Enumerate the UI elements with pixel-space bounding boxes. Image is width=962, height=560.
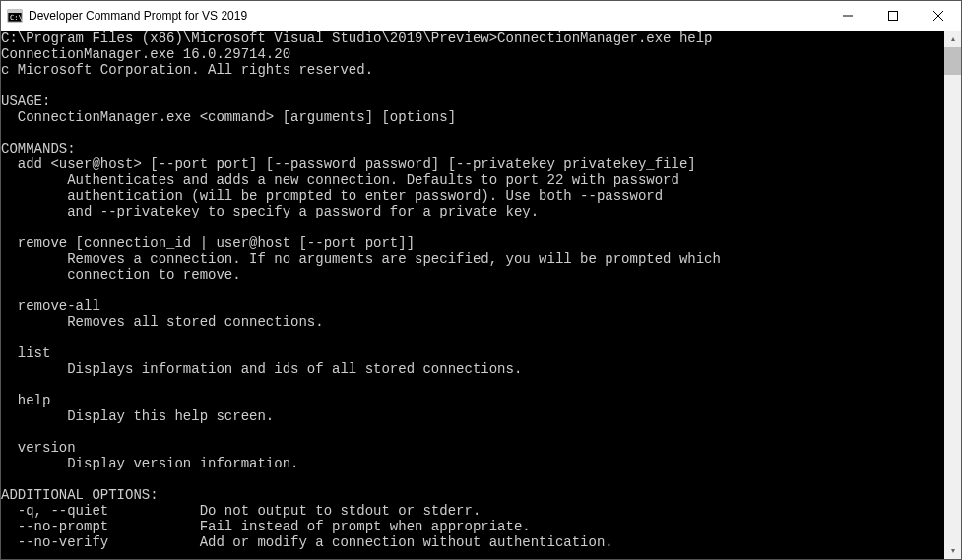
- cmd-version: version: [1, 440, 76, 456]
- scrollbar[interactable]: ▴ ▾: [944, 31, 961, 559]
- opt-noprompt: --no-prompt Fail instead of prompt when …: [1, 519, 531, 534]
- cmd-help: help: [1, 393, 50, 408]
- content-wrapper: C:\Program Files (x86)\Microsoft Visual …: [1, 31, 961, 559]
- cmd-help-desc: Display this help screen.: [1, 408, 274, 424]
- cmd-add: add <user@host> [--port port] [--passwor…: [1, 156, 696, 172]
- scroll-up-button[interactable]: ▴: [944, 31, 961, 47]
- cmd-removeall: remove-all: [1, 298, 100, 314]
- minimize-icon: [843, 11, 853, 21]
- cmd-add-desc: authentication (will be prompted to ente…: [1, 188, 663, 204]
- cmd-version-desc: Display version information.: [1, 456, 298, 471]
- cmd-removeall-desc: Removes all stored connections.: [1, 314, 324, 330]
- app-icon: C:\: [7, 8, 23, 24]
- version-line: ConnectionManager.exe 16.0.29714.20: [1, 46, 290, 62]
- minimize-button[interactable]: [825, 1, 870, 30]
- svg-rect-4: [889, 11, 898, 20]
- opt-quiet: -q, --quiet Do not output to stdout or s…: [1, 503, 481, 519]
- cmd-add-desc: Authenticates and adds a new connection.…: [1, 172, 679, 188]
- maximize-button[interactable]: [870, 1, 916, 30]
- titlebar[interactable]: C:\ Developer Command Prompt for VS 2019: [1, 1, 961, 31]
- usage-line: ConnectionManager.exe <command> [argumen…: [1, 109, 456, 125]
- titlebar-buttons: [825, 1, 961, 30]
- copyright-line: c Microsoft Corporation. All rights rese…: [1, 62, 373, 78]
- cmd-add-desc: and --privatekey to specify a password f…: [1, 204, 539, 219]
- window-title: Developer Command Prompt for VS 2019: [29, 9, 825, 23]
- window: C:\ Developer Command Prompt for VS 2019: [0, 0, 962, 560]
- commands-header: COMMANDS:: [1, 141, 76, 156]
- close-icon: [933, 11, 943, 21]
- cmd-remove: remove [connection_id | user@host [--por…: [1, 235, 415, 251]
- opt-noverify: --no-verify Add or modify a connection w…: [1, 534, 613, 550]
- prompt-line: C:\Program Files (x86)\Microsoft Visual …: [1, 31, 713, 46]
- cmd-list: list: [1, 345, 50, 361]
- svg-text:C:\: C:\: [10, 14, 23, 22]
- cmd-remove-desc: connection to remove.: [1, 267, 241, 282]
- maximize-icon: [888, 11, 898, 21]
- cmd-list-desc: Displays information and ids of all stor…: [1, 361, 522, 377]
- scroll-down-button[interactable]: ▾: [944, 542, 961, 559]
- usage-header: USAGE:: [1, 93, 50, 109]
- terminal-output[interactable]: C:\Program Files (x86)\Microsoft Visual …: [1, 31, 944, 559]
- cmd-remove-desc: Removes a connection. If no arguments ar…: [1, 251, 721, 267]
- options-header: ADDITIONAL OPTIONS:: [1, 487, 159, 503]
- close-button[interactable]: [916, 1, 961, 30]
- svg-rect-1: [8, 10, 22, 13]
- scroll-thumb[interactable]: [944, 47, 961, 75]
